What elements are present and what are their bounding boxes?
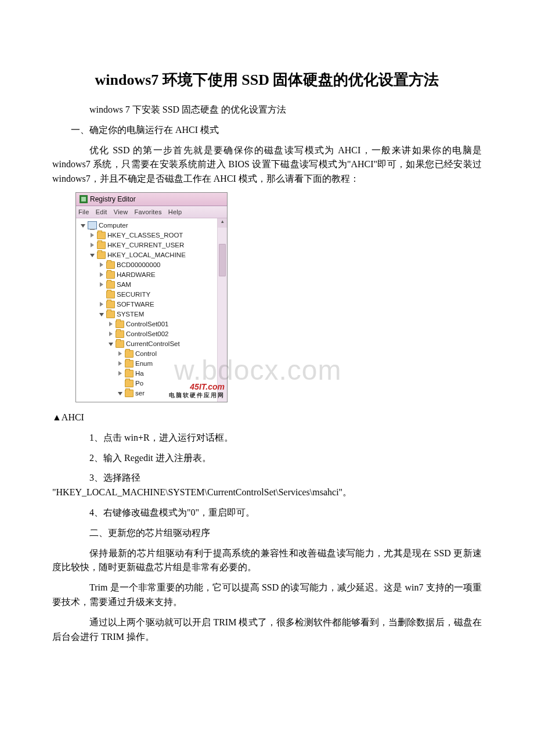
folder-icon (125, 390, 134, 397)
section2-body-2: Trim 是一个非常重要的功能，它可以提高 SSD 的读写能力，减少延迟。这是 … (52, 581, 482, 610)
tree-expander-icon (90, 253, 95, 258)
regedit-title-text: Registry Editor (90, 193, 136, 206)
tree-system: SYSTEM (117, 309, 144, 319)
tree-expander-icon (81, 223, 86, 228)
folder-icon (106, 271, 115, 279)
step-3a: 3、选择路径 (52, 471, 482, 485)
folder-icon (106, 311, 115, 318)
section1-body: 优化 SSD 的第一步首先就是要确保你的磁盘读写模式为 AHCI，一般来讲如果你… (52, 143, 482, 186)
tree-hklm: HKEY_LOCAL_MACHINE (107, 250, 186, 260)
tree-ccs: CurrentControlSet (126, 339, 180, 349)
tree-cs001: ControlSet001 (126, 319, 169, 329)
section2-body-1: 保持最新的芯片组驱动有利于提高系统的兼容性和改善磁盘读写能力，尤其是现在 SSD… (52, 546, 482, 575)
folder-icon (125, 370, 134, 377)
tree-hkcr: HKEY_CLASSES_ROOT (107, 231, 183, 240)
regedit-tree: Computer HKEY_CLASSES_ROOT HKEY_CURRENT_… (76, 218, 217, 402)
tree-security: SECURITY (117, 290, 150, 300)
image-source-watermark: 45IT.com 电脑软硬件应用网 (169, 382, 225, 399)
tree-cs002: ControlSet002 (126, 329, 169, 339)
tree-expander-icon (99, 282, 104, 287)
tree-enum: Enum (135, 359, 153, 369)
tree-control: Control (135, 349, 157, 359)
folder-icon (97, 251, 106, 259)
tree-ha: Ha (135, 369, 144, 379)
folder-icon (116, 321, 124, 328)
tree-expander-icon (109, 332, 114, 337)
menu-file: File (78, 208, 89, 215)
menu-help: Help (168, 208, 182, 215)
tree-expander-icon (90, 243, 95, 248)
folder-icon (97, 232, 106, 239)
folder-icon (116, 330, 124, 338)
step-4: 4、右键修改磁盘模式为"0"，重启即可。 (52, 506, 482, 520)
regedit-scrollbar: ▴ (217, 218, 227, 402)
watermark-brand: 45IT (190, 382, 205, 391)
menu-favorites: Favorites (135, 208, 162, 215)
scroll-up-icon: ▴ (218, 218, 227, 228)
section2-body-3: 通过以上两个驱动就可以开启 TRIM 模式了，很多检测软件都能够看到，当删除数据… (52, 615, 482, 645)
tree-expander-icon (99, 302, 104, 307)
menu-view: View (114, 208, 128, 215)
regedit-screenshot: Registry Editor File Edit View Favorites… (75, 192, 228, 402)
tree-computer: Computer (99, 221, 128, 231)
section1-heading: 一、确定你的电脑运行在 AHCI 模式 (52, 123, 482, 138)
regedit-menubar: File Edit View Favorites Help (76, 206, 227, 218)
regedit-app-icon (80, 195, 88, 203)
tree-ser: ser (135, 388, 145, 398)
tree-expander-icon (109, 322, 114, 327)
tree-software: SOFTWARE (117, 300, 154, 309)
regedit-titlebar: Registry Editor (76, 193, 227, 206)
folder-icon (106, 301, 115, 308)
menu-edit: Edit (96, 208, 107, 215)
watermark-subtitle: 电脑软硬件应用网 (169, 391, 225, 399)
image-caption-ahci: ▲AHCI (52, 411, 482, 425)
step-1: 1、点击 win+R，进入运行对话框。 (52, 431, 482, 445)
computer-icon (88, 221, 97, 229)
tree-expander-icon (99, 272, 104, 278)
folder-icon (125, 360, 134, 368)
tree-expander-icon (118, 351, 123, 357)
tree-expander-icon (99, 312, 104, 317)
folder-icon (106, 291, 115, 298)
folder-icon (116, 340, 124, 348)
tree-hardware: HARDWARE (117, 270, 156, 280)
tree-expander-icon (118, 361, 123, 366)
tree-hkcu: HKEY_CURRENT_USER (107, 240, 184, 250)
page-title: windows7 环境下使用 SSD 固体硬盘的优化设置方法 (52, 70, 482, 90)
folder-icon (125, 350, 134, 358)
tree-expander-icon (118, 391, 123, 396)
tree-bcd: BCD00000000 (117, 260, 160, 270)
folder-icon (97, 242, 106, 249)
tree-expander-icon (90, 233, 95, 238)
folder-icon (106, 281, 115, 289)
watermark-brand-suffix: .com (205, 382, 225, 391)
tree-expander-icon (118, 371, 123, 376)
tree-expander-icon (109, 341, 114, 347)
section2-heading: 二、更新您的芯片组驱动程序 (52, 526, 482, 541)
tree-po: Po (135, 379, 143, 388)
step-2: 2、输入 Regedit 进入注册表。 (52, 451, 482, 466)
folder-icon (106, 261, 115, 269)
intro-paragraph: windows 7 下安装 SSD 固态硬盘 的优化设置方法 (52, 103, 482, 117)
tree-expander-icon (99, 262, 104, 268)
folder-icon (125, 380, 134, 387)
step-3b: "HKEY_LOCAL_MACHINE\SYSTEM\CurrentContro… (52, 485, 482, 500)
scroll-thumb (219, 244, 226, 276)
tree-sam: SAM (117, 280, 131, 290)
